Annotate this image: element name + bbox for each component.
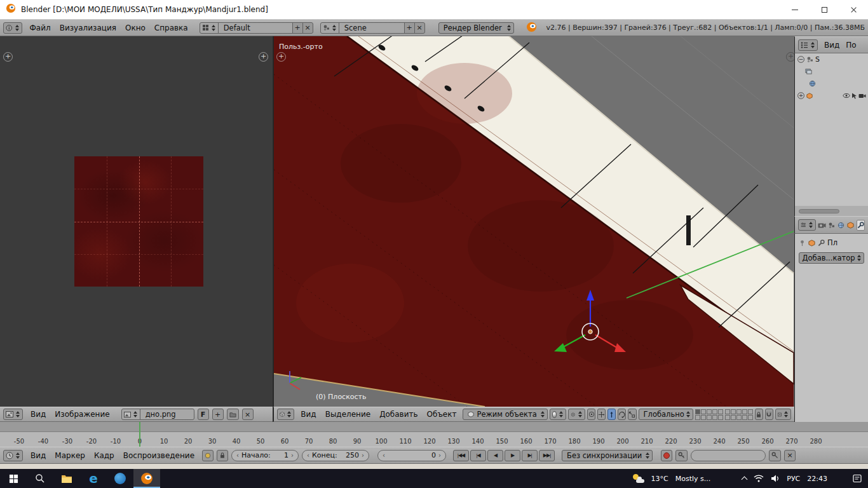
tree-row-renderlayers[interactable] — [795, 65, 868, 78]
outliner-editor-type-button[interactable] — [798, 39, 818, 51]
volume-icon[interactable] — [771, 475, 780, 482]
weather-icon[interactable] — [633, 474, 644, 483]
maximize-button[interactable] — [810, 0, 839, 19]
increment-icon[interactable]: › — [438, 452, 441, 459]
menu-item[interactable]: Вид — [26, 451, 50, 460]
playback-button[interactable]: ◀ — [487, 450, 503, 461]
scene-add-button[interactable]: + — [404, 22, 415, 34]
increment-icon[interactable]: › — [291, 452, 294, 459]
layers-grid-left[interactable] — [695, 409, 723, 420]
weather-desc[interactable]: Mostly s... — [675, 475, 711, 483]
fake-user-button[interactable]: F — [198, 409, 209, 420]
region-expand-icon[interactable]: + — [786, 52, 794, 62]
timeline-editor-type-button[interactable] — [3, 450, 23, 461]
keying-set-button[interactable] — [675, 450, 688, 461]
menu-item[interactable]: Окно — [121, 24, 150, 32]
pin-icon[interactable] — [799, 240, 806, 247]
menu-item[interactable]: Справка — [150, 24, 193, 32]
decrement-icon[interactable]: ‹ — [307, 452, 309, 459]
uv-image-editor[interactable]: + + — [0, 36, 273, 407]
menu-item[interactable]: Маркер — [50, 451, 90, 460]
menu-item[interactable]: Вид — [26, 410, 50, 419]
browser-button[interactable] — [107, 469, 133, 488]
menu-item[interactable]: Файл — [25, 24, 55, 32]
tree-row-object[interactable]: + — [795, 90, 868, 102]
3d-viewport-canvas[interactable]: Польз.-орто (0) Плоскость — [274, 36, 794, 407]
search-button[interactable] — [27, 469, 53, 488]
menu-item[interactable]: Кадр — [90, 451, 119, 460]
menu-item[interactable]: Воспроизведение — [119, 451, 199, 460]
timeline-area[interactable]: -50-40-30-20-100102030405060708090100110… — [0, 422, 868, 447]
language-indicator[interactable]: РУС — [787, 475, 800, 483]
outliner-tree[interactable]: − S + — [794, 53, 868, 206]
decrement-icon[interactable]: ‹ — [383, 452, 385, 459]
menu-item[interactable]: Выделение — [321, 410, 375, 419]
playback-button[interactable]: |◀◀ — [453, 450, 469, 461]
increment-icon[interactable]: › — [362, 452, 364, 459]
add-modifier-button[interactable]: Добав...катор — [799, 252, 864, 264]
image-name-field[interactable]: дно.png — [140, 409, 194, 420]
notification-center-icon[interactable] — [853, 474, 862, 483]
viewport-shading-dropdown[interactable] — [550, 409, 567, 420]
menu-item[interactable]: Визуализация — [55, 24, 121, 32]
rotate-manipulator-button[interactable] — [618, 409, 626, 420]
layout-unlink-button[interactable]: × — [302, 22, 313, 34]
tab-scene[interactable] — [828, 220, 836, 231]
unlink-image-button[interactable]: × — [242, 409, 254, 420]
clock[interactable]: 22:43 — [807, 475, 827, 483]
image-browse-button[interactable] — [121, 409, 140, 420]
tree-row-scene[interactable]: − S — [795, 53, 868, 65]
insert-keyframe-button[interactable] — [769, 450, 781, 461]
translate-manipulator-button[interactable] — [607, 409, 616, 420]
scene-unlink-button[interactable]: × — [414, 22, 425, 34]
layout-browse-button[interactable] — [200, 22, 219, 34]
region-expand-icon[interactable]: + — [276, 52, 286, 62]
open-image-button[interactable] — [227, 409, 239, 420]
active-keying-set-field[interactable] — [691, 450, 766, 461]
close-button[interactable] — [839, 0, 868, 19]
3d-viewport[interactable]: Польз.-орто (0) Плоскость + + — [273, 36, 794, 407]
editor-type-button[interactable] — [3, 22, 22, 34]
decrement-icon[interactable]: ‹ — [236, 452, 239, 459]
transform-orientation-dropdown[interactable]: Глобально — [639, 409, 693, 420]
selectable-cursor-icon[interactable] — [851, 93, 857, 99]
menu-item[interactable]: Изображение — [50, 410, 114, 419]
expander-icon[interactable]: − — [797, 56, 804, 63]
timeline-ruler[interactable]: -50-40-30-20-100102030405060708090100110… — [0, 432, 868, 447]
snap-element-dropdown[interactable] — [775, 409, 791, 420]
layout-add-button[interactable]: + — [292, 22, 303, 34]
region-expand-icon[interactable]: + — [3, 52, 13, 62]
tab-world[interactable] — [837, 220, 845, 231]
sync-dropdown[interactable]: Без синхронизации — [562, 450, 653, 461]
renderable-camera-icon[interactable] — [858, 93, 866, 98]
file-explorer-button[interactable] — [53, 469, 80, 488]
playback-button[interactable]: ▶▶| — [539, 450, 555, 461]
playback-button[interactable]: ▶ — [505, 450, 520, 461]
playback-button[interactable]: |◀ — [470, 450, 486, 461]
lock-to-scene-button[interactable] — [755, 409, 763, 420]
mode-dropdown[interactable]: Режим объекта — [463, 409, 547, 420]
scale-manipulator-button[interactable] — [628, 409, 636, 420]
visibility-eye-icon[interactable] — [843, 93, 850, 98]
menu-item[interactable]: Вид — [296, 410, 320, 419]
edge-button[interactable]: e — [80, 469, 107, 488]
scrollbar-thumb[interactable] — [799, 209, 839, 214]
menu-item[interactable]: Объект — [423, 410, 461, 419]
delete-keyframe-button[interactable]: × — [784, 450, 796, 461]
hidden-icons-chevron[interactable] — [742, 477, 748, 483]
tab-render[interactable] — [818, 220, 826, 231]
expander-icon[interactable]: + — [797, 92, 804, 99]
snap-toggle-button[interactable] — [765, 409, 773, 420]
manipulate-centers-button[interactable] — [587, 409, 595, 420]
timeline-track[interactable] — [0, 422, 868, 432]
uv-editor-type-button[interactable] — [3, 409, 23, 420]
pivot-point-dropdown[interactable] — [568, 409, 585, 420]
current-frame-field[interactable]: ‹ 0 › — [377, 450, 446, 461]
tab-modifiers[interactable] — [857, 220, 865, 231]
minimize-button[interactable] — [780, 0, 810, 19]
layout-name-field[interactable]: Default — [218, 22, 293, 34]
render-engine-dropdown[interactable]: Рендер Blender — [438, 22, 514, 34]
frame-start-field[interactable]: ‹ Начало: 1 › — [231, 450, 299, 461]
start-button[interactable] — [0, 469, 27, 488]
menu-item[interactable]: Вид — [821, 41, 843, 50]
